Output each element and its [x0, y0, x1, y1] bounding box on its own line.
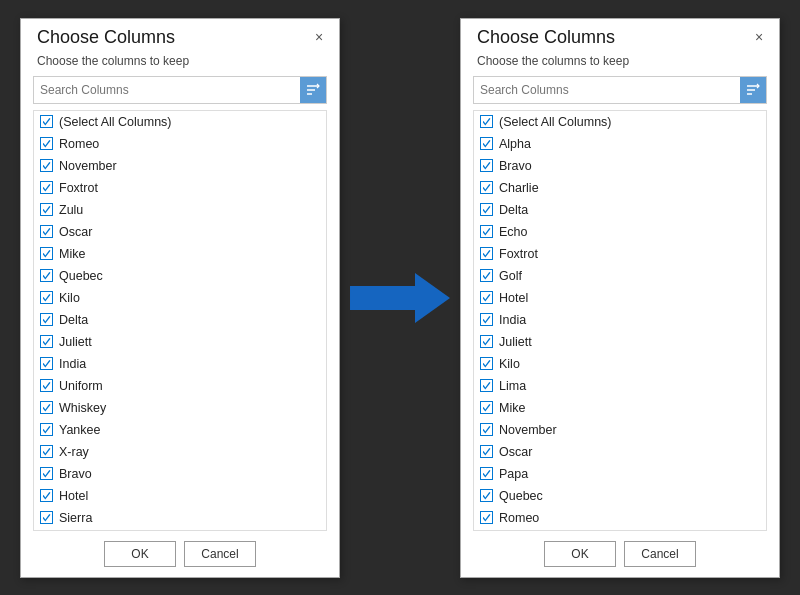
checkbox[interactable]: [480, 379, 493, 392]
list-item[interactable]: Oscar: [474, 441, 766, 463]
list-item[interactable]: Juliett: [34, 331, 326, 353]
right-list-scroll[interactable]: (Select All Columns)AlphaBravoCharlieDel…: [474, 111, 766, 530]
list-item[interactable]: Bravo: [34, 463, 326, 485]
checkbox[interactable]: [40, 225, 53, 238]
arrow-container: [340, 268, 460, 328]
checkbox[interactable]: [40, 269, 53, 282]
right-titlebar: Choose Columns ×: [461, 19, 779, 52]
list-item[interactable]: Yankee: [34, 419, 326, 441]
item-label: Oscar: [59, 225, 92, 239]
list-item[interactable]: Hotel: [474, 287, 766, 309]
checkbox[interactable]: [40, 401, 53, 414]
right-sort-button[interactable]: [740, 77, 766, 103]
checkbox[interactable]: [40, 137, 53, 150]
checkbox[interactable]: [40, 379, 53, 392]
checkbox[interactable]: [480, 225, 493, 238]
checkbox[interactable]: [480, 335, 493, 348]
left-title: Choose Columns: [37, 27, 175, 48]
list-item[interactable]: Hotel: [34, 485, 326, 507]
left-search-input[interactable]: [34, 77, 300, 103]
checkbox[interactable]: [40, 181, 53, 194]
checkbox[interactable]: [480, 137, 493, 150]
right-close-button[interactable]: ×: [749, 27, 769, 47]
checkbox[interactable]: [480, 269, 493, 282]
right-ok-button[interactable]: OK: [544, 541, 616, 567]
checkbox[interactable]: [40, 445, 53, 458]
list-item[interactable]: Oscar: [34, 221, 326, 243]
checkbox[interactable]: [480, 511, 493, 524]
checkbox[interactable]: [40, 357, 53, 370]
list-item[interactable]: Quebec: [34, 265, 326, 287]
list-item[interactable]: Lima: [474, 375, 766, 397]
item-label: Bravo: [499, 159, 532, 173]
item-label: Lima: [499, 379, 526, 393]
list-item[interactable]: India: [34, 353, 326, 375]
checkbox[interactable]: [40, 313, 53, 326]
list-item[interactable]: India: [474, 309, 766, 331]
right-title: Choose Columns: [477, 27, 615, 48]
list-item[interactable]: Kilo: [474, 353, 766, 375]
checkbox[interactable]: [40, 115, 53, 128]
right-cancel-button[interactable]: Cancel: [624, 541, 696, 567]
left-ok-button[interactable]: OK: [104, 541, 176, 567]
list-item[interactable]: Zulu: [34, 199, 326, 221]
checkbox[interactable]: [480, 291, 493, 304]
checkbox[interactable]: [480, 423, 493, 436]
list-item[interactable]: Foxtrot: [474, 243, 766, 265]
checkbox[interactable]: [480, 159, 493, 172]
checkbox[interactable]: [480, 115, 493, 128]
list-item[interactable]: (Select All Columns): [474, 111, 766, 133]
left-cancel-button[interactable]: Cancel: [184, 541, 256, 567]
list-item[interactable]: Golf: [474, 265, 766, 287]
item-label: Charlie: [499, 181, 539, 195]
checkbox[interactable]: [40, 467, 53, 480]
list-item[interactable]: Charlie: [474, 177, 766, 199]
checkbox[interactable]: [480, 313, 493, 326]
list-item[interactable]: Kilo: [34, 287, 326, 309]
checkbox[interactable]: [40, 203, 53, 216]
left-list-scroll[interactable]: (Select All Columns)RomeoNovemberFoxtrot…: [34, 111, 326, 530]
list-item[interactable]: Sierra: [474, 529, 766, 530]
list-item[interactable]: Alpha: [474, 133, 766, 155]
list-item[interactable]: Papa: [474, 463, 766, 485]
checkbox[interactable]: [480, 401, 493, 414]
list-item[interactable]: (Select All Columns): [34, 111, 326, 133]
checkbox[interactable]: [40, 489, 53, 502]
list-item[interactable]: Romeo: [34, 133, 326, 155]
list-item[interactable]: Quebec: [474, 485, 766, 507]
checkbox[interactable]: [480, 203, 493, 216]
list-item[interactable]: November: [474, 419, 766, 441]
checkbox[interactable]: [40, 291, 53, 304]
list-item[interactable]: Sierra: [34, 507, 326, 529]
checkbox[interactable]: [480, 489, 493, 502]
list-item[interactable]: Mike: [474, 397, 766, 419]
list-item[interactable]: Delta: [34, 309, 326, 331]
list-item[interactable]: Charlie: [34, 529, 326, 530]
checkbox[interactable]: [480, 357, 493, 370]
checkbox[interactable]: [480, 467, 493, 480]
list-item[interactable]: X-ray: [34, 441, 326, 463]
list-item[interactable]: Echo: [474, 221, 766, 243]
checkbox[interactable]: [40, 159, 53, 172]
list-item[interactable]: Juliett: [474, 331, 766, 353]
left-sort-button[interactable]: [300, 77, 326, 103]
right-search-input[interactable]: [474, 77, 740, 103]
checkbox[interactable]: [480, 247, 493, 260]
checkbox[interactable]: [480, 181, 493, 194]
checkbox[interactable]: [40, 335, 53, 348]
checkbox[interactable]: [40, 511, 53, 524]
checkbox[interactable]: [40, 423, 53, 436]
left-close-button[interactable]: ×: [309, 27, 329, 47]
checkbox[interactable]: [480, 445, 493, 458]
item-label: Romeo: [499, 511, 539, 525]
list-item[interactable]: Foxtrot: [34, 177, 326, 199]
list-item[interactable]: Mike: [34, 243, 326, 265]
list-item[interactable]: Bravo: [474, 155, 766, 177]
list-item[interactable]: November: [34, 155, 326, 177]
list-item[interactable]: Romeo: [474, 507, 766, 529]
list-item[interactable]: Delta: [474, 199, 766, 221]
list-item[interactable]: Uniform: [34, 375, 326, 397]
checkbox[interactable]: [40, 247, 53, 260]
right-search-row: [473, 76, 767, 104]
list-item[interactable]: Whiskey: [34, 397, 326, 419]
